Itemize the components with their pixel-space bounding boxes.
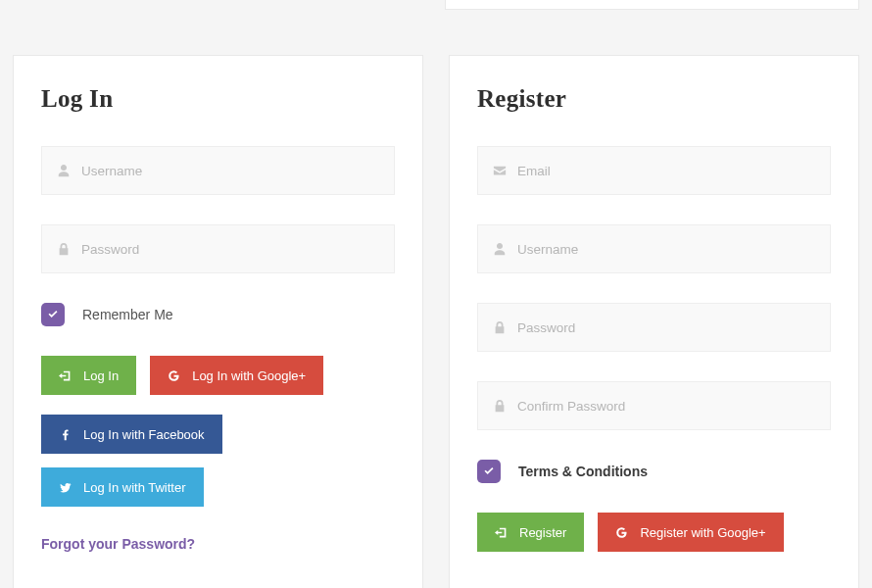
- login-twitter-button[interactable]: Log In with Twitter: [41, 467, 204, 507]
- reg-username-input[interactable]: [477, 224, 831, 273]
- register-google-label: Register with Google+: [640, 525, 765, 540]
- user-icon: [57, 164, 71, 177]
- register-google-button[interactable]: Register with Google+: [598, 513, 783, 552]
- google-icon: [168, 369, 180, 382]
- remember-label: Remember Me: [82, 307, 173, 322]
- confirm-group: [477, 381, 831, 430]
- username-group: [41, 146, 395, 195]
- lock-icon: [493, 320, 507, 334]
- register-title: Register: [477, 85, 831, 113]
- confirm-input[interactable]: [477, 381, 831, 430]
- google-icon: [615, 526, 628, 539]
- login-twitter-label: Log In with Twitter: [83, 480, 186, 495]
- login-facebook-button[interactable]: Log In with Facebook: [41, 415, 222, 454]
- check-icon: [47, 309, 59, 320]
- remember-row: Remember Me: [41, 303, 395, 326]
- user-icon: [493, 242, 507, 256]
- reg-password-group: [477, 303, 831, 352]
- forgot-password-link[interactable]: Forgot your Password?: [41, 536, 195, 552]
- signin-icon: [59, 369, 72, 382]
- lock-icon: [57, 242, 71, 256]
- register-panel: Register Terms & Conditions Re: [449, 55, 859, 588]
- login-title: Log In: [41, 85, 395, 113]
- password-group: [41, 224, 395, 273]
- envelope-icon: [493, 164, 507, 177]
- auth-container: Log In Remember Me Log In Log In with Go…: [0, 0, 872, 588]
- username-input[interactable]: [41, 146, 395, 195]
- previous-panel-edge: [445, 0, 859, 10]
- login-google-button[interactable]: Log In with Google+: [150, 356, 323, 395]
- check-icon: [483, 466, 495, 477]
- remember-checkbox[interactable]: [41, 303, 65, 326]
- register-button[interactable]: Register: [477, 513, 584, 552]
- terms-checkbox[interactable]: [477, 460, 501, 483]
- password-input[interactable]: [41, 224, 395, 273]
- login-panel: Log In Remember Me Log In Log In with Go…: [13, 55, 423, 588]
- terms-label[interactable]: Terms & Conditions: [518, 464, 648, 479]
- lock-icon: [493, 399, 507, 413]
- reg-password-input[interactable]: [477, 303, 831, 352]
- email-input[interactable]: [477, 146, 831, 195]
- login-facebook-label: Log In with Facebook: [83, 427, 205, 442]
- email-group: [477, 146, 831, 195]
- login-button-label: Log In: [83, 368, 119, 383]
- login-button[interactable]: Log In: [41, 356, 136, 395]
- register-btn-row: Register Register with Google+: [477, 513, 831, 552]
- login-btn-row-2: Log In with Facebook Log In with Twitter: [41, 415, 395, 507]
- twitter-icon: [59, 481, 72, 494]
- register-button-label: Register: [519, 525, 566, 540]
- terms-row: Terms & Conditions: [477, 460, 831, 483]
- reg-username-group: [477, 224, 831, 273]
- login-btn-row-1: Log In Log In with Google+: [41, 356, 395, 395]
- facebook-icon: [59, 428, 72, 441]
- login-google-label: Log In with Google+: [192, 368, 306, 383]
- signin-icon: [495, 526, 508, 539]
